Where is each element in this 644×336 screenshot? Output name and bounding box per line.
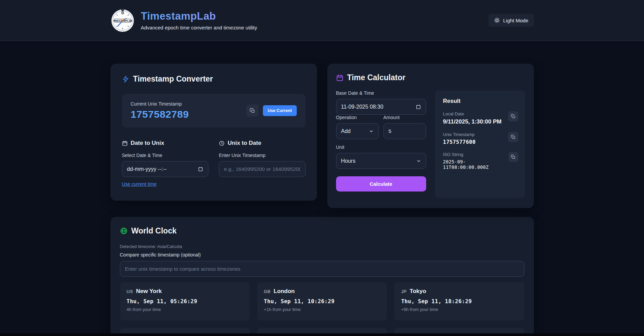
local-date-label: Local Date [443, 111, 502, 116]
result-title: Result [443, 98, 518, 105]
calendar-purple-icon [336, 74, 344, 82]
copy-icon [511, 135, 516, 139]
country-code-badge: US [127, 289, 133, 294]
base-datetime-label: Base Date & Time [336, 90, 426, 96]
operation-label: Operation [336, 115, 379, 120]
copy-iso-string-button[interactable] [508, 152, 518, 162]
globe-icon [120, 227, 128, 235]
copy-icon [250, 108, 255, 113]
city-time: Thu, Sep 11, 18:26:29 [401, 298, 517, 305]
current-timestamp-panel: Current Unix Timestamp 1757582789 Use Cu… [122, 94, 306, 128]
app-header: TIMESTAMPLAB TimestampLab Advanced epoch… [0, 0, 644, 41]
copy-unix-timestamp-button[interactable] [508, 132, 518, 142]
iso-string-value: 2025-09-11T08:00:00.000Z [443, 159, 508, 170]
unix-timestamp-label: Unix Timestamp [443, 132, 476, 137]
calculator-title: Time Calculator [347, 73, 406, 82]
country-code-badge: GB [264, 289, 271, 294]
city-offset: +9h from your time [401, 307, 517, 312]
app-logo[interactable]: TIMESTAMPLAB [110, 8, 135, 32]
country-code-badge: JP [401, 289, 407, 294]
chevron-down-icon [416, 159, 421, 163]
world-clock-title: World Clock [131, 226, 177, 236]
theme-toggle-label: Light Mode [503, 18, 528, 23]
copy-local-date-button[interactable] [508, 111, 518, 121]
calendar-picker-icon[interactable] [416, 104, 421, 110]
unit-label: Unit [336, 144, 426, 150]
city-card-new-york: US New York Thu, Sep 11, 05:26:29 4h fro… [120, 282, 250, 320]
clock-logo-icon: TIMESTAMPLAB [110, 8, 135, 32]
lightning-icon [122, 75, 129, 83]
calendar-icon [122, 140, 128, 146]
base-datetime-input[interactable]: 11-09-2025 08:30 [336, 99, 426, 115]
compare-timestamp-input[interactable] [120, 261, 524, 277]
city-grid: US New York Thu, Sep 11, 05:26:29 4h fro… [120, 282, 524, 336]
calendar-picker-icon[interactable] [198, 166, 203, 172]
unix-to-date-section: Unix to Date Enter Unix Timestamp [219, 140, 306, 187]
result-row-iso-string: ISO String 2025-09-11T08:00:00.000Z [443, 152, 518, 170]
city-offset: +1h from your time [264, 307, 380, 312]
window-bottom-edge [0, 333, 644, 336]
city-time: Thu, Sep 11, 10:26:29 [264, 298, 380, 305]
unix-timestamp-input[interactable] [219, 161, 306, 177]
unix-timestamp-value: 1757577600 [443, 139, 476, 145]
theme-toggle-button[interactable]: Light Mode [489, 14, 534, 27]
current-timestamp-label: Current Unix Timestamp [131, 101, 189, 107]
datetime-picker-value: dd-mm-yyyy --:-- [127, 166, 167, 172]
city-name: Tokyo [410, 288, 426, 295]
city-card-london: GB London Thu, Sep 11, 10:26:29 +1h from… [257, 282, 387, 320]
unit-select[interactable]: Hours [336, 153, 426, 169]
calculator-form: Base Date & Time 11-09-2025 08:30 Ope [336, 90, 426, 198]
converter-title: Timestamp Converter [133, 74, 213, 84]
timestamp-converter-card: Timestamp Converter Current Unix Timesta… [110, 64, 317, 201]
city-card-tokyo: JP Tokyo Thu, Sep 11, 18:26:29 +9h from … [394, 282, 524, 320]
operation-select[interactable]: Add [336, 123, 379, 139]
city-offset: 4h from your time [127, 307, 243, 312]
current-timestamp-value: 1757582789 [131, 109, 189, 120]
amount-label: Amount [383, 115, 426, 120]
operation-value: Add [341, 128, 351, 134]
time-calculator-card: Time Calculator Base Date & Time 11-09-2… [327, 64, 534, 208]
city-name: New York [136, 288, 162, 295]
result-row-local-date: Local Date 9/11/2025, 1:30:00 PM [443, 111, 518, 125]
datetime-picker-input[interactable]: dd-mm-yyyy --:-- [122, 161, 209, 177]
copy-icon [511, 114, 516, 119]
use-current-button[interactable]: Use Current [263, 105, 297, 116]
result-panel: Result Local Date 9/11/2025, 1:30:00 PM [435, 90, 525, 198]
city-time: Thu, Sep 11, 05:26:29 [127, 298, 243, 305]
calculate-button[interactable]: Calculate [336, 176, 426, 192]
app-title: TimestampLab [141, 10, 257, 22]
unix-to-date-title: Unix to Date [228, 140, 261, 147]
amount-input[interactable] [383, 123, 426, 139]
world-clock-card: World Clock Detected timezone: Asia/Calc… [110, 217, 534, 336]
enter-unix-label: Enter Unix Timestamp [219, 153, 306, 158]
unit-value: Hours [341, 158, 356, 164]
app-subtitle: Advanced epoch time converter and timezo… [141, 25, 257, 30]
city-name: London [274, 288, 295, 295]
select-datetime-label: Select Date & Time [122, 153, 209, 158]
local-date-value: 9/11/2025, 1:30:00 PM [443, 118, 502, 125]
copy-icon [511, 155, 516, 159]
compare-timestamp-label: Compare specific timestamp (optional) [120, 252, 524, 257]
detected-timezone-text: Detected timezone: Asia/Calcutta [120, 244, 524, 249]
date-to-unix-section: Date to Unix Select Date & Time dd-mm-yy… [122, 140, 209, 187]
base-datetime-value: 11-09-2025 08:30 [341, 104, 383, 110]
copy-current-timestamp-button[interactable] [246, 105, 258, 117]
sun-icon [494, 17, 500, 23]
iso-string-label: ISO String [443, 152, 508, 157]
chevron-down-icon [369, 129, 374, 134]
main-content: Timestamp Converter Current Unix Timesta… [110, 41, 534, 336]
date-to-unix-title: Date to Unix [131, 140, 164, 147]
use-current-time-link[interactable]: Use current time [122, 181, 157, 187]
result-row-unix-timestamp: Unix Timestamp 1757577600 [443, 132, 518, 145]
clock-icon [219, 140, 225, 146]
